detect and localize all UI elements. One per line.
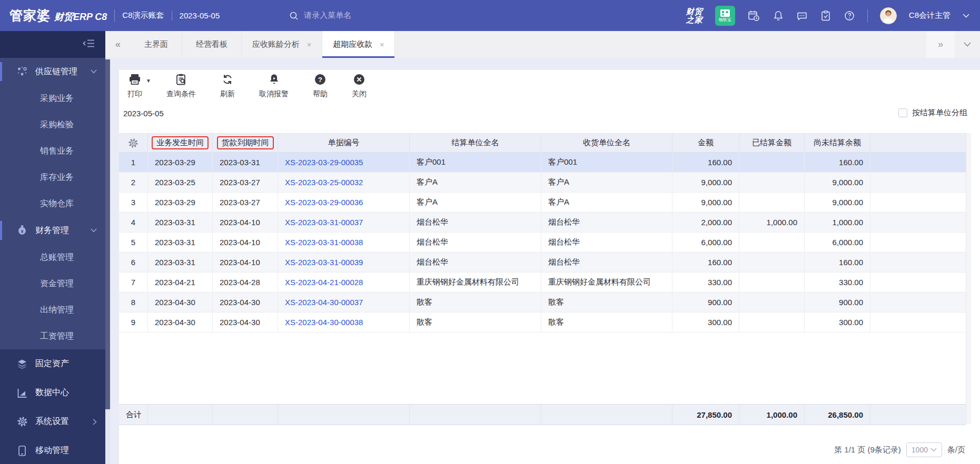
sidebar-group-系统设置[interactable]: 系统设置 (0, 407, 105, 436)
table-row[interactable]: 72023-04-212023-04-28XS-2023-04-21-00028… (119, 273, 966, 292)
document-number-link[interactable]: XS-2023-04-30-00037 (285, 298, 363, 307)
group-by-customer-checkbox[interactable]: 按结算单位分组 (898, 108, 967, 118)
tab-scroll-left-button[interactable]: « (105, 31, 131, 58)
tab-经营看板[interactable]: 经营看板 (182, 31, 242, 58)
帮助-button[interactable]: ?帮助 (313, 73, 328, 99)
column-header-结算单位全名[interactable]: 结算单位全名 (410, 134, 541, 152)
total-cell (410, 405, 541, 425)
tab-应收账龄分析[interactable]: 应收账龄分析× (242, 31, 322, 58)
calendar-schedule-icon[interactable] (747, 9, 760, 22)
total-cell (148, 405, 213, 425)
cell-customer: 烟台松华 (410, 233, 541, 252)
page-size-select[interactable]: 1000 (906, 442, 942, 457)
tab-label: 经营看板 (196, 39, 227, 49)
column-header-单据编号[interactable]: 单据编号 (278, 134, 410, 152)
document-number-link[interactable]: XS-2023-04-30-00038 (285, 318, 363, 327)
sidebar-item-采购检验[interactable]: 采购检验 (0, 112, 105, 138)
tab-scroll-right-button[interactable]: » (926, 31, 955, 58)
sidebar-item-工资管理[interactable]: 工资管理 (0, 323, 105, 349)
column-header-已结算金额[interactable]: 已结算金额 (739, 134, 805, 152)
sidebar-item-销售业务[interactable]: 销售业务 (0, 138, 105, 164)
user-menu-chevron-down-icon[interactable] (963, 14, 969, 18)
sidebar-item-采购业务[interactable]: 采购业务 (0, 85, 105, 112)
checkbox-icon[interactable] (898, 108, 907, 117)
document-number-link[interactable]: XS-2023-03-25-00032 (285, 178, 363, 187)
sidebar-item-出纳管理[interactable]: 出纳管理 (0, 297, 105, 323)
column-header-收货单位全名[interactable]: 收货单位全名 (541, 134, 672, 152)
sidebar-header (0, 31, 105, 58)
page-info: 第 1/1 页 (9条记录) (834, 445, 901, 455)
cell-due_date: 2023-03-27 (213, 193, 278, 212)
menu-search-input[interactable]: 请录入菜单名 (289, 11, 351, 21)
content-scrollbar-thumb[interactable] (105, 59, 110, 409)
sidebar-group-供应链管理[interactable]: 供应链管理 (0, 58, 105, 85)
chevron-down-icon (91, 69, 97, 74)
bell-icon[interactable] (773, 10, 784, 22)
sidebar-collapse-icon[interactable] (83, 39, 95, 50)
table-row[interactable]: 22023-03-252023-03-27XS-2023-03-25-00032… (119, 173, 966, 193)
column-header-货款到期时间[interactable]: 货款到期时间 (213, 134, 278, 152)
app-logo: 管家婆 财贸ERP C8 (9, 7, 107, 24)
cell-amount: 330.00 (672, 273, 739, 292)
column-header-业务发生时间[interactable]: 业务发生时间 (148, 134, 213, 152)
report-date: 2023-05-05 (123, 109, 164, 118)
sidebar-group-数据中心[interactable]: 数据中心 (0, 378, 105, 407)
table-row[interactable]: 32023-03-292023-03-27XS-2023-03-29-00036… (119, 193, 966, 213)
关闭-button[interactable]: 关闭 (352, 73, 367, 99)
sidebar-group-固定资产[interactable]: 固定资产 (0, 349, 105, 378)
table-row[interactable]: 92023-04-302023-04-30XS-2023-04-30-00038… (119, 312, 966, 332)
cell-blank (870, 233, 966, 252)
wulianbao-app-tile[interactable]: 物联宝 (715, 6, 735, 26)
cell-customer: 散客 (410, 312, 541, 332)
document-number-link[interactable]: XS-2023-04-21-00028 (285, 278, 363, 287)
user-avatar[interactable] (880, 7, 897, 24)
cell-due_date: 2023-04-10 (213, 253, 278, 272)
print-dropdown-caret-icon[interactable]: ▼ (146, 78, 151, 84)
column-header-金额[interactable]: 金额 (672, 134, 739, 152)
column-settings-button[interactable] (119, 134, 148, 152)
document-number-link[interactable]: XS-2023-03-29-00035 (285, 158, 363, 167)
table-row[interactable]: 42023-03-312023-04-10XS-2023-03-31-00037… (119, 213, 966, 233)
sidebar-item-资金管理[interactable]: 资金管理 (0, 270, 105, 297)
cell-idx: 3 (119, 193, 148, 212)
logo-main-text: 管家婆 (9, 7, 51, 24)
sidebar-group-财务管理[interactable]: ¥财务管理 (0, 217, 105, 244)
sidebar: 供应链管理采购业务采购检验销售业务库存业务实物仓库¥财务管理总账管理资金管理出纳… (0, 31, 105, 464)
cell-amount: 9,000.00 (672, 173, 739, 192)
table-row[interactable]: 82023-04-302023-04-30XS-2023-04-30-00037… (119, 292, 966, 312)
tab-主界面[interactable]: 主界面 (131, 31, 182, 58)
tab-list-dropdown-button[interactable] (955, 31, 980, 58)
clipboard-check-icon[interactable] (820, 10, 831, 22)
cell-biz_date: 2023-03-29 (148, 193, 213, 212)
取消报警-button[interactable]: 取消报警 (259, 73, 289, 99)
cell-blank (870, 253, 966, 272)
document-number-link[interactable]: XS-2023-03-31-00038 (285, 238, 363, 247)
tab-label: 主界面 (144, 39, 168, 49)
document-number-link[interactable]: XS-2023-03-31-00039 (285, 258, 363, 267)
查询条件-button[interactable]: 查询条件 (166, 73, 196, 99)
sidebar-item-label: 工资管理 (40, 331, 74, 342)
cell-idx: 6 (119, 253, 148, 272)
column-header-尚未结算余额[interactable]: 尚未结算余额 (805, 134, 870, 152)
active-accent-bar (0, 221, 2, 240)
cell-doc_no: XS-2023-03-31-00039 (278, 253, 410, 272)
message-icon[interactable] (796, 10, 808, 22)
tab-超期应收款[interactable]: 超期应收款× (322, 31, 395, 58)
document-number-link[interactable]: XS-2023-03-31-00037 (285, 218, 363, 227)
刷新-button[interactable]: 刷新 (220, 73, 235, 99)
help-circle-icon[interactable] (844, 10, 855, 22)
grid-scrollbar-track[interactable] (966, 133, 971, 424)
sidebar-group-移动管理[interactable]: 移动管理 (0, 436, 105, 464)
table-row[interactable]: 62023-03-312023-04-10XS-2023-03-31-00039… (119, 253, 966, 273)
sidebar-item-实物仓库[interactable]: 实物仓库 (0, 190, 105, 217)
table-row[interactable]: 52023-03-312023-04-10XS-2023-03-31-00038… (119, 233, 966, 253)
document-number-link[interactable]: XS-2023-03-29-00036 (285, 198, 363, 207)
sidebar-item-总账管理[interactable]: 总账管理 (0, 244, 105, 270)
sidebar-item-库存业务[interactable]: 库存业务 (0, 164, 105, 190)
svg-text:?: ? (318, 76, 322, 84)
user-name[interactable]: C8会计主管 (909, 11, 951, 21)
tab-close-icon[interactable]: × (380, 41, 384, 49)
tab-close-icon[interactable]: × (307, 41, 311, 49)
打印-button[interactable]: 打印▼ (127, 73, 142, 99)
table-row[interactable]: 12023-03-292023-03-31XS-2023-03-29-00035… (119, 153, 966, 173)
